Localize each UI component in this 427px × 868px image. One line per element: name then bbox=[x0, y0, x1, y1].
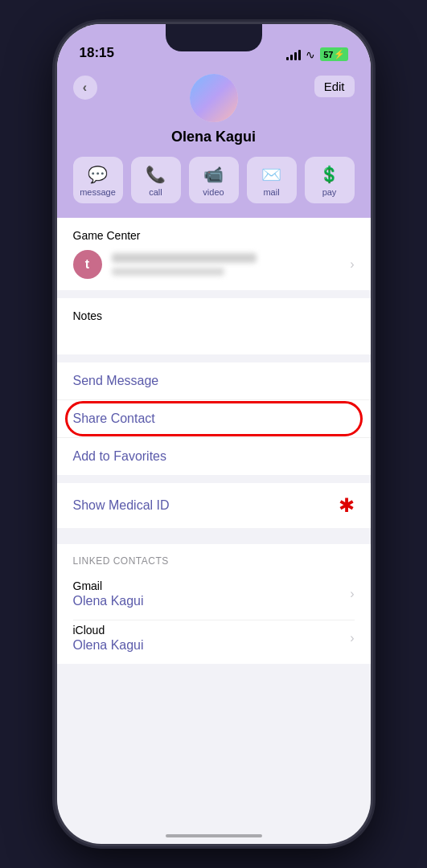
section-divider-3 bbox=[57, 528, 371, 536]
linked-gmail-name: Olena Kagui bbox=[73, 594, 144, 608]
linked-icloud-chevron-icon: › bbox=[350, 631, 354, 645]
avatar bbox=[190, 74, 238, 122]
status-bar: 18:15 ∿ 57 ⚡ bbox=[57, 24, 371, 68]
message-button[interactable]: 💬 message bbox=[73, 157, 123, 203]
linked-item-icloud[interactable]: iCloud Olena Kagui › bbox=[73, 620, 355, 664]
section-divider bbox=[57, 354, 371, 362]
game-center-username bbox=[112, 253, 257, 263]
game-center-detail bbox=[112, 268, 224, 276]
share-contact-item[interactable]: Share Contact bbox=[57, 400, 371, 438]
medical-id-label: Show Medical ID bbox=[73, 498, 339, 513]
notes-section: Notes bbox=[57, 298, 371, 354]
linked-item-gmail[interactable]: Gmail Olena Kagui › bbox=[73, 576, 355, 620]
medical-star-icon: ✱ bbox=[339, 494, 355, 517]
video-icon: 📹 bbox=[203, 165, 224, 184]
video-button[interactable]: 📹 video bbox=[189, 157, 239, 203]
wifi-icon: ∿ bbox=[306, 48, 315, 61]
linked-contacts-title: LINKED CONTACTS bbox=[73, 555, 355, 567]
home-indicator bbox=[166, 834, 262, 837]
back-button[interactable]: ‹ bbox=[73, 76, 97, 100]
signal-icon bbox=[286, 49, 301, 60]
back-chevron-icon: ‹ bbox=[83, 80, 87, 95]
mail-label: mail bbox=[263, 187, 279, 197]
linked-icloud-provider: iCloud bbox=[73, 624, 144, 637]
game-center-info bbox=[112, 253, 341, 276]
linked-gmail-chevron-icon: › bbox=[350, 587, 354, 601]
linked-icloud-name: Olena Kagui bbox=[73, 638, 144, 653]
phone-frame: 18:15 ∿ 57 ⚡ ‹ Edit Olena Kagui bbox=[57, 24, 371, 844]
message-icon: 💬 bbox=[88, 165, 108, 184]
battery-indicator: 57 ⚡ bbox=[320, 47, 347, 61]
mail-button[interactable]: ✉️ mail bbox=[247, 157, 297, 203]
game-center-avatar: t bbox=[73, 250, 102, 279]
contact-action-buttons: 💬 message 📞 call 📹 video ✉️ mail 💲 pay bbox=[73, 157, 355, 203]
call-label: call bbox=[149, 187, 162, 197]
send-message-label: Send Message bbox=[73, 374, 159, 387]
game-center-title: Game Center bbox=[73, 229, 355, 242]
share-contact-label: Share Contact bbox=[73, 411, 155, 425]
add-favorites-item[interactable]: Add to Favorites bbox=[57, 438, 371, 475]
video-label: video bbox=[203, 187, 224, 197]
edit-button[interactable]: Edit bbox=[314, 76, 355, 97]
section-divider-2 bbox=[57, 475, 371, 483]
pay-label: pay bbox=[322, 187, 337, 197]
game-center-row[interactable]: t › bbox=[73, 250, 355, 279]
status-icons: ∿ 57 ⚡ bbox=[286, 47, 347, 61]
game-center-section: Game Center t › bbox=[57, 218, 371, 290]
pay-icon: 💲 bbox=[319, 165, 339, 184]
action-list: Send Message Share Contact Add to Favori… bbox=[57, 362, 371, 475]
call-icon: 📞 bbox=[146, 165, 166, 184]
contact-name: Olena Kagui bbox=[171, 129, 256, 145]
medical-id-row[interactable]: Show Medical ID ✱ bbox=[57, 483, 371, 528]
call-button[interactable]: 📞 call bbox=[131, 157, 181, 203]
mail-icon: ✉️ bbox=[261, 165, 281, 184]
pay-button[interactable]: 💲 pay bbox=[305, 157, 355, 203]
game-center-chevron-icon: › bbox=[350, 257, 354, 272]
contact-header: ‹ Edit Olena Kagui 💬 message 📞 call 📹 vi… bbox=[57, 68, 371, 218]
notch bbox=[166, 24, 262, 51]
linked-contacts-section: LINKED CONTACTS Gmail Olena Kagui › iClo… bbox=[57, 544, 371, 664]
message-label: message bbox=[80, 187, 116, 197]
add-favorites-label: Add to Favorites bbox=[73, 449, 167, 463]
send-message-item[interactable]: Send Message bbox=[57, 362, 371, 400]
content-area: Game Center t › Notes Send Message bbox=[57, 218, 371, 664]
linked-gmail-provider: Gmail bbox=[73, 579, 144, 592]
notes-title: Notes bbox=[73, 309, 355, 322]
